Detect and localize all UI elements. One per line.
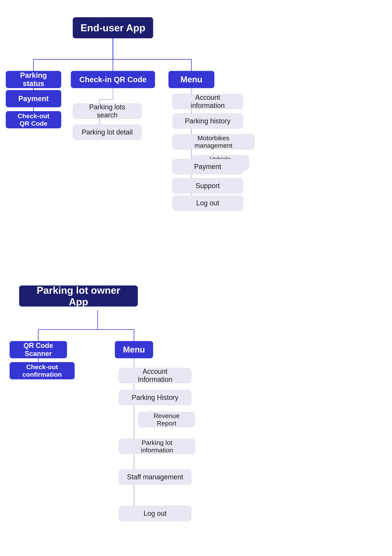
payment-node-enduser: Payment (6, 90, 61, 107)
parking-lot-detail-node: Parking lot detail (73, 124, 142, 140)
diagram-container: End-user App Parking status Payment Chec… (0, 0, 392, 556)
qr-code-scanner-node: QR Code Scanner (10, 341, 67, 358)
account-info-node: Account information (172, 94, 243, 109)
support-node: Support (172, 178, 243, 193)
revenue-report-node: Revenue Report (138, 412, 195, 427)
logout-node-owner: Log out (119, 506, 191, 521)
checkout-confirmation-node: Check-out confirmation (10, 362, 75, 379)
parking-lots-search-node: Parking lots search (73, 103, 142, 119)
logout-node-enduser: Log out (172, 195, 243, 211)
menu-node-enduser: Menu (168, 71, 214, 88)
payment-menu-node: Payment (172, 159, 243, 174)
parking-status-node: Parking status (6, 71, 61, 88)
parking-lot-information-node: Parking lot information (119, 439, 195, 454)
parking-lot-owner-app-title: Parking lot owner App (19, 286, 138, 307)
end-user-app-title: End-user App (73, 17, 153, 38)
checkin-qr-node: Check-in QR Code (71, 71, 155, 88)
staff-management-node: Staff management (119, 469, 191, 485)
parking-history-node: Parking history (172, 113, 243, 129)
parking-history-owner-node: Parking History (119, 390, 191, 405)
checkout-qr-node: Check-out QR Code (6, 111, 61, 128)
motorbikes-management-node: Motorbikes management (172, 134, 255, 149)
account-information-node: Account Information (119, 368, 191, 383)
menu-node-owner: Menu (115, 341, 153, 358)
